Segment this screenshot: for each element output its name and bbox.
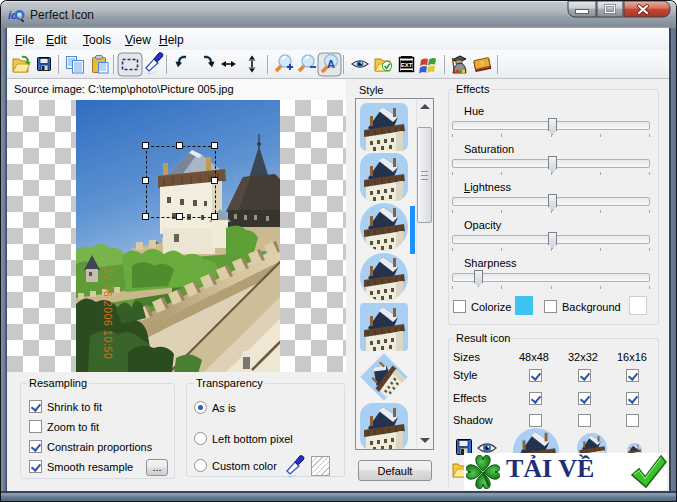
svg-text:10 06 2006 10:50: 10 06 2006 10:50 [102,268,114,359]
svg-text:EXT: EXT [401,62,413,68]
svg-text:A: A [327,58,335,70]
